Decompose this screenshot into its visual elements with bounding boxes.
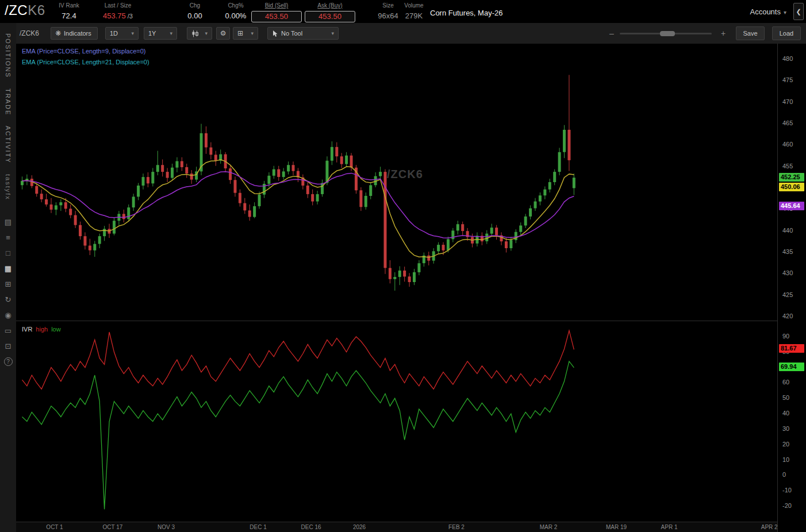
symbol-suffix: K6 xyxy=(28,2,45,18)
axis-tick: -20 xyxy=(782,502,792,510)
gear-icon: ⚙ xyxy=(220,29,227,37)
zoom-slider[interactable] xyxy=(620,29,712,38)
time-axis-label: NOV 3 xyxy=(158,524,175,530)
timeframe-dropdown[interactable]: 1D ▾ xyxy=(105,27,139,40)
ivr-low-label: low xyxy=(51,326,61,333)
indicators-button[interactable]: ❋ Indicators xyxy=(51,27,98,40)
chg-pct-stat: Chg% 0.00% xyxy=(216,2,255,20)
layout-grid-icon: ⊞ xyxy=(237,29,243,37)
axis-tick: 425 xyxy=(782,291,793,299)
last-price: 453.75 xyxy=(103,11,126,20)
axis-tick: 475 xyxy=(782,76,793,84)
left-sidebar: POSITIONSTRADEACTIVITYtastyfx▤≡□▦⊞↻◉▭⊡? xyxy=(0,23,16,532)
header-bar: /ZCK6 IV Rank 72.4 Last / Size 453.75/3 … xyxy=(0,0,806,23)
tool-value: No Tool xyxy=(281,30,302,37)
chevron-down-icon: ▾ xyxy=(784,9,786,16)
bid-button[interactable]: 453.50 xyxy=(251,11,302,22)
axis-tick: 40 xyxy=(782,409,789,417)
axis-tick: 470 xyxy=(782,98,793,106)
timeframe-value: 1D xyxy=(110,30,118,37)
card-icon[interactable]: ▭ xyxy=(0,323,16,338)
zoom-in-button[interactable]: + xyxy=(721,29,726,38)
instrument-description: Corn Futures, May-26 xyxy=(430,9,502,17)
time-axis-label: OCT 1 xyxy=(46,524,63,530)
iv-rank-label: IV Rank xyxy=(51,2,87,9)
sidebar-tab-positions[interactable]: POSITIONS xyxy=(5,33,11,78)
ivr-high-line xyxy=(22,330,574,389)
collapse-panel-button[interactable]: ❮ xyxy=(793,3,804,20)
axis-tick: 440 xyxy=(782,226,793,234)
grid-icon[interactable]: ⊞ xyxy=(0,276,16,292)
chevron-down-icon: ▾ xyxy=(251,30,254,36)
ema21-legend[interactable]: EMA (Price=CLOSE, Length=21, Displace=0) xyxy=(22,57,149,68)
volume-stat: Volume 279K xyxy=(399,2,429,20)
ivr-label: IVR xyxy=(22,326,32,333)
axis-tick: 480 xyxy=(782,55,793,63)
sidebar-tab-activity[interactable]: ACTIVITY xyxy=(5,126,11,164)
symbol-root: /ZC xyxy=(5,2,28,18)
time-axis-label: DEC 1 xyxy=(250,524,266,530)
chg-label: Chg xyxy=(177,2,213,9)
chart-settings-button[interactable]: ⚙ xyxy=(216,27,230,40)
monitor-icon[interactable]: ▤ xyxy=(0,214,16,230)
zoom-out-button[interactable]: – xyxy=(609,29,614,38)
people-icon[interactable]: ◉ xyxy=(0,307,16,323)
time-axis[interactable]: OCT 1OCT 17NOV 3DEC 1DEC 162026FEB 2MAR … xyxy=(16,522,777,532)
tool-dropdown[interactable]: No Tool ▾ xyxy=(267,27,339,40)
save-button[interactable]: Save xyxy=(736,26,765,40)
last-size-value: 453.75/3 xyxy=(87,11,148,20)
chg-stat: Chg 0.00 xyxy=(177,2,213,20)
ema9-legend[interactable]: EMA (Price=CLOSE, Length=9, Displace=0) xyxy=(22,46,149,57)
axis-tick: 460 xyxy=(782,140,793,148)
candlestick-icon xyxy=(191,30,199,37)
watchlist-icon[interactable]: ≡ xyxy=(0,230,16,245)
last-size-stat: Last / Size 453.75/3 xyxy=(87,2,148,20)
zoom-slider-handle[interactable] xyxy=(660,31,675,36)
refresh-icon[interactable]: ↻ xyxy=(0,292,16,307)
ask-button[interactable]: 453.50 xyxy=(305,11,355,22)
sidebar-tab-trade[interactable]: TRADE xyxy=(5,88,11,115)
ivr-chart-svg[interactable] xyxy=(16,321,777,522)
range-value: 1Y xyxy=(148,30,156,37)
cube-icon[interactable]: □ xyxy=(0,245,16,261)
ivr-legend[interactable]: IVRhighlow xyxy=(22,326,64,333)
chg-pct-value: 0.00% xyxy=(216,11,255,20)
bid-label: Bid (Sell) xyxy=(251,2,302,9)
range-dropdown[interactable]: 1Y ▾ xyxy=(144,27,177,40)
help-icon[interactable]: ? xyxy=(0,354,16,369)
price-chart[interactable]: /ZCK6 EMA (Price=CLOSE, Length=9, Displa… xyxy=(16,44,777,321)
price-axis[interactable]: 4804754704654604554504454404354304254209… xyxy=(777,44,806,532)
study-legend: EMA (Price=CLOSE, Length=9, Displace=0) … xyxy=(22,46,149,68)
axis-tick: 465 xyxy=(782,119,793,127)
price-chart-svg[interactable] xyxy=(16,44,777,321)
layout-dropdown[interactable]: ⊞ ▾ xyxy=(233,27,258,40)
ask-label: Ask (Buy) xyxy=(305,2,355,9)
chg-value: 0.00 xyxy=(177,11,213,20)
load-button[interactable]: Load xyxy=(772,26,801,40)
chart-icon[interactable]: ▦ xyxy=(0,261,16,276)
chevron-down-icon: ▾ xyxy=(205,30,208,36)
chart-area: /ZCK6 EMA (Price=CLOSE, Length=9, Displa… xyxy=(16,44,806,532)
indicators-label: Indicators xyxy=(64,30,91,37)
ema21-value-tag: 445.64 xyxy=(779,202,804,210)
chart-type-dropdown[interactable]: ▾ xyxy=(187,27,212,40)
cursor-icon xyxy=(272,30,278,37)
axis-tick: -10 xyxy=(782,486,792,494)
volume-value: 279K xyxy=(399,11,429,20)
chevron-left-icon: ❮ xyxy=(796,8,801,16)
apps-icon[interactable]: ⊡ xyxy=(0,338,16,354)
last-size: /3 xyxy=(128,13,133,20)
bid-stat: Bid (Sell) 453.50 xyxy=(251,2,302,22)
last-size-label: Last / Size xyxy=(87,2,148,9)
ivr-subchart[interactable]: IVRhighlow xyxy=(16,321,777,522)
axis-tick: 20 xyxy=(782,440,789,448)
axis-tick: 90 xyxy=(782,332,789,340)
indicators-icon: ❋ xyxy=(55,29,61,37)
axis-tick: 420 xyxy=(782,312,793,320)
chart-toolbar: /ZCK6 ❋ Indicators 1D ▾ 1Y ▾ ▾ ⚙ ⊞ ▾ xyxy=(16,23,806,44)
time-axis-label: OCT 17 xyxy=(103,524,123,530)
sidebar-tab-tastyfx[interactable]: tastyfx xyxy=(5,174,11,201)
time-axis-label: FEB 2 xyxy=(448,524,465,530)
accounts-dropdown[interactable]: Accounts▾ xyxy=(750,7,786,16)
iv-rank-stat: IV Rank 72.4 xyxy=(51,2,87,20)
